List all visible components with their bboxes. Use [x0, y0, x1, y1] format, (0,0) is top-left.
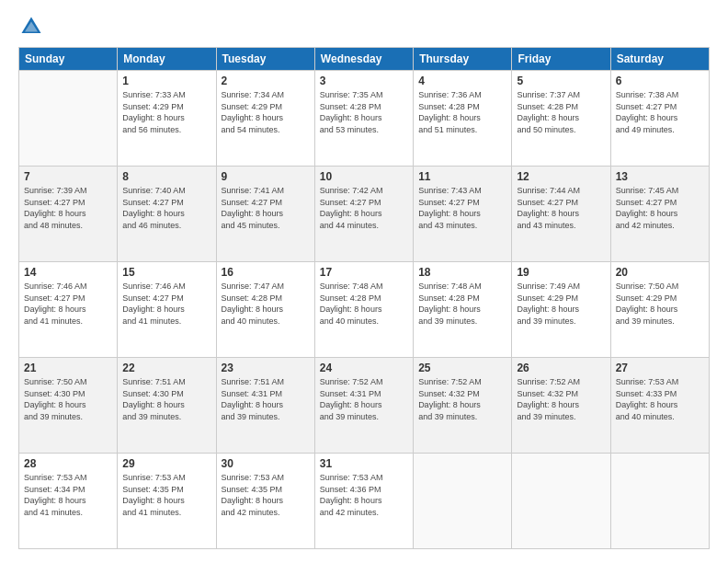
weekday-header-saturday: Saturday	[610, 48, 709, 71]
day-number: 2	[222, 75, 310, 87]
day-info: Sunrise: 7:46 AM Sunset: 4:27 PM Dayligh…	[122, 281, 210, 327]
day-number: 29	[122, 457, 210, 470]
calendar-cell: 2Sunrise: 7:34 AM Sunset: 4:29 PM Daylig…	[216, 71, 314, 167]
day-info: Sunrise: 7:46 AM Sunset: 4:27 PM Dayligh…	[24, 281, 112, 327]
day-info: Sunrise: 7:37 AM Sunset: 4:28 PM Dayligh…	[517, 89, 605, 135]
day-info: Sunrise: 7:51 AM Sunset: 4:30 PM Dayligh…	[122, 376, 210, 422]
calendar-cell: 18Sunrise: 7:48 AM Sunset: 4:28 PM Dayli…	[414, 262, 512, 358]
day-info: Sunrise: 7:53 AM Sunset: 4:33 PM Dayligh…	[616, 376, 704, 422]
calendar-cell: 9Sunrise: 7:41 AM Sunset: 4:27 PM Daylig…	[216, 167, 314, 262]
calendar-cell: 8Sunrise: 7:40 AM Sunset: 4:27 PM Daylig…	[118, 167, 216, 262]
day-number: 17	[320, 266, 408, 279]
day-info: Sunrise: 7:40 AM Sunset: 4:27 PM Dayligh…	[122, 185, 210, 231]
header	[18, 14, 710, 40]
day-number: 21	[24, 362, 112, 374]
calendar-week-row: 28Sunrise: 7:53 AM Sunset: 4:34 PM Dayli…	[19, 454, 710, 549]
day-info: Sunrise: 7:48 AM Sunset: 4:28 PM Dayligh…	[320, 281, 408, 327]
day-number: 9	[222, 170, 310, 183]
day-info: Sunrise: 7:52 AM Sunset: 4:32 PM Dayligh…	[517, 376, 605, 422]
day-info: Sunrise: 7:35 AM Sunset: 4:28 PM Dayligh…	[320, 89, 408, 135]
day-number: 5	[517, 75, 605, 87]
calendar-cell: 12Sunrise: 7:44 AM Sunset: 4:27 PM Dayli…	[512, 167, 610, 262]
calendar-cell: 5Sunrise: 7:37 AM Sunset: 4:28 PM Daylig…	[512, 71, 610, 167]
day-number: 25	[418, 362, 506, 374]
calendar-cell: 22Sunrise: 7:51 AM Sunset: 4:30 PM Dayli…	[118, 358, 216, 454]
calendar-cell: 3Sunrise: 7:35 AM Sunset: 4:28 PM Daylig…	[314, 71, 413, 167]
calendar-cell	[610, 454, 709, 549]
calendar-cell	[19, 71, 118, 167]
weekday-header-thursday: Thursday	[414, 48, 512, 71]
day-info: Sunrise: 7:53 AM Sunset: 4:35 PM Dayligh…	[222, 472, 310, 518]
day-info: Sunrise: 7:39 AM Sunset: 4:27 PM Dayligh…	[24, 185, 112, 231]
calendar-cell: 4Sunrise: 7:36 AM Sunset: 4:28 PM Daylig…	[414, 71, 512, 167]
day-number: 1	[122, 75, 210, 87]
calendar-cell: 1Sunrise: 7:33 AM Sunset: 4:29 PM Daylig…	[118, 71, 216, 167]
day-number: 15	[122, 266, 210, 279]
weekday-header-tuesday: Tuesday	[216, 48, 314, 71]
day-info: Sunrise: 7:50 AM Sunset: 4:30 PM Dayligh…	[24, 376, 112, 422]
day-info: Sunrise: 7:33 AM Sunset: 4:29 PM Dayligh…	[122, 89, 210, 135]
day-info: Sunrise: 7:47 AM Sunset: 4:28 PM Dayligh…	[222, 281, 310, 327]
day-number: 30	[222, 457, 310, 470]
day-number: 22	[122, 362, 210, 374]
calendar-cell	[512, 454, 610, 549]
day-number: 6	[616, 75, 704, 87]
day-info: Sunrise: 7:45 AM Sunset: 4:27 PM Dayligh…	[616, 185, 704, 231]
calendar-cell: 15Sunrise: 7:46 AM Sunset: 4:27 PM Dayli…	[118, 262, 216, 358]
calendar-cell: 28Sunrise: 7:53 AM Sunset: 4:34 PM Dayli…	[19, 454, 118, 549]
calendar-cell: 14Sunrise: 7:46 AM Sunset: 4:27 PM Dayli…	[19, 262, 118, 358]
calendar-cell: 20Sunrise: 7:50 AM Sunset: 4:29 PM Dayli…	[610, 262, 709, 358]
day-number: 31	[320, 457, 408, 470]
day-number: 26	[517, 362, 605, 374]
day-info: Sunrise: 7:52 AM Sunset: 4:32 PM Dayligh…	[418, 376, 506, 422]
calendar-cell: 24Sunrise: 7:52 AM Sunset: 4:31 PM Dayli…	[314, 358, 413, 454]
day-info: Sunrise: 7:49 AM Sunset: 4:29 PM Dayligh…	[517, 281, 605, 327]
logo-icon	[18, 14, 44, 40]
calendar-cell: 23Sunrise: 7:51 AM Sunset: 4:31 PM Dayli…	[216, 358, 314, 454]
calendar-cell: 26Sunrise: 7:52 AM Sunset: 4:32 PM Dayli…	[512, 358, 610, 454]
calendar-cell: 6Sunrise: 7:38 AM Sunset: 4:27 PM Daylig…	[610, 71, 709, 167]
calendar-cell: 17Sunrise: 7:48 AM Sunset: 4:28 PM Dayli…	[314, 262, 413, 358]
day-number: 11	[418, 170, 506, 183]
weekday-header-wednesday: Wednesday	[314, 48, 413, 71]
day-info: Sunrise: 7:53 AM Sunset: 4:34 PM Dayligh…	[24, 472, 112, 518]
day-number: 3	[320, 75, 408, 87]
calendar-week-row: 14Sunrise: 7:46 AM Sunset: 4:27 PM Dayli…	[19, 262, 710, 358]
page: SundayMondayTuesdayWednesdayThursdayFrid…	[0, 0, 728, 563]
day-info: Sunrise: 7:53 AM Sunset: 4:36 PM Dayligh…	[320, 472, 408, 518]
calendar-week-row: 7Sunrise: 7:39 AM Sunset: 4:27 PM Daylig…	[19, 167, 710, 262]
day-number: 4	[418, 75, 506, 87]
calendar-cell: 25Sunrise: 7:52 AM Sunset: 4:32 PM Dayli…	[414, 358, 512, 454]
calendar-cell: 31Sunrise: 7:53 AM Sunset: 4:36 PM Dayli…	[314, 454, 413, 549]
day-info: Sunrise: 7:50 AM Sunset: 4:29 PM Dayligh…	[616, 281, 704, 327]
calendar-cell: 10Sunrise: 7:42 AM Sunset: 4:27 PM Dayli…	[314, 167, 413, 262]
day-number: 7	[24, 170, 112, 183]
day-number: 20	[616, 266, 704, 279]
weekday-header-friday: Friday	[512, 48, 610, 71]
day-info: Sunrise: 7:43 AM Sunset: 4:27 PM Dayligh…	[418, 185, 506, 231]
day-number: 14	[24, 266, 112, 279]
day-number: 27	[616, 362, 704, 374]
day-number: 23	[222, 362, 310, 374]
day-number: 28	[24, 457, 112, 470]
weekday-header-row: SundayMondayTuesdayWednesdayThursdayFrid…	[19, 48, 710, 71]
day-number: 16	[222, 266, 310, 279]
day-info: Sunrise: 7:48 AM Sunset: 4:28 PM Dayligh…	[418, 281, 506, 327]
day-info: Sunrise: 7:34 AM Sunset: 4:29 PM Dayligh…	[222, 89, 310, 135]
calendar-table: SundayMondayTuesdayWednesdayThursdayFrid…	[18, 47, 710, 549]
day-info: Sunrise: 7:52 AM Sunset: 4:31 PM Dayligh…	[320, 376, 408, 422]
weekday-header-sunday: Sunday	[19, 48, 118, 71]
day-number: 12	[517, 170, 605, 183]
calendar-week-row: 1Sunrise: 7:33 AM Sunset: 4:29 PM Daylig…	[19, 71, 710, 167]
day-info: Sunrise: 7:41 AM Sunset: 4:27 PM Dayligh…	[222, 185, 310, 231]
day-number: 24	[320, 362, 408, 374]
calendar-cell: 30Sunrise: 7:53 AM Sunset: 4:35 PM Dayli…	[216, 454, 314, 549]
calendar-cell	[414, 454, 512, 549]
day-info: Sunrise: 7:44 AM Sunset: 4:27 PM Dayligh…	[517, 185, 605, 231]
day-number: 10	[320, 170, 408, 183]
calendar-cell: 7Sunrise: 7:39 AM Sunset: 4:27 PM Daylig…	[19, 167, 118, 262]
calendar-week-row: 21Sunrise: 7:50 AM Sunset: 4:30 PM Dayli…	[19, 358, 710, 454]
calendar-cell: 13Sunrise: 7:45 AM Sunset: 4:27 PM Dayli…	[610, 167, 709, 262]
weekday-header-monday: Monday	[118, 48, 216, 71]
day-number: 8	[122, 170, 210, 183]
